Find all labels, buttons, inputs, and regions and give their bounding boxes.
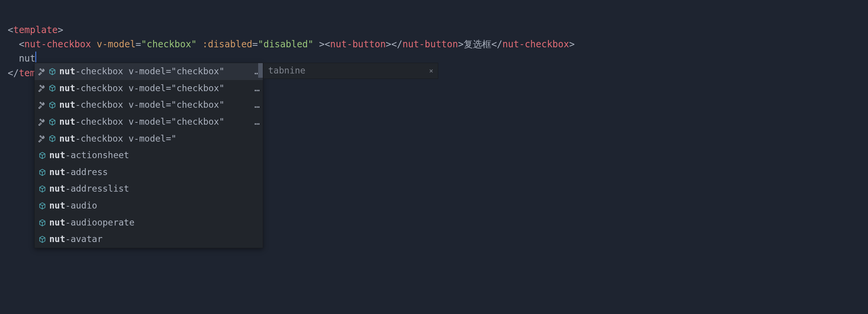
cube-icon (48, 101, 56, 109)
bracket: < (8, 23, 13, 37)
scrollbar-thumb[interactable] (258, 63, 263, 78)
cube-icon (38, 152, 46, 159)
autocomplete-item[interactable]: nut-avatar (35, 231, 263, 248)
autocomplete-popup[interactable]: nut-checkbox v-model="checkbox" … nut-ch… (34, 63, 263, 248)
attr-v-model: v-model (91, 37, 136, 52)
cube-icon (38, 202, 46, 210)
tag-template-close: tem (19, 66, 35, 80)
wrench-icon (38, 68, 45, 75)
autocomplete-item[interactable]: nut-audiooperate (35, 214, 263, 231)
suggestion-text: nut-checkbox v-model="checkbox" (59, 115, 247, 129)
cube-icon (48, 135, 56, 142)
attr-value: "disabled" (258, 37, 314, 52)
cube-icon (38, 169, 46, 176)
autocomplete-item[interactable]: nut-checkbox v-model="checkbox" … (35, 114, 263, 130)
cube-icon (48, 68, 56, 75)
suggestion-text: nut-addresslist (49, 182, 260, 196)
tag-nut-checkbox: nut-checkbox (24, 37, 91, 52)
suggestion-text: nut-audio (49, 199, 260, 213)
indent (8, 52, 19, 66)
text-content: 复选框 (464, 37, 491, 52)
suggestion-text: nut-audiooperate (49, 216, 260, 230)
bracket: </ (491, 37, 502, 52)
autocomplete-item[interactable]: nut-audio (35, 197, 263, 214)
code-editor[interactable]: <template> <nut-checkbox v-model="checkb… (0, 0, 868, 88)
suggestion-text: nut-actionsheet (49, 149, 260, 162)
bracket: ></ (386, 37, 402, 52)
suggestion-text: nut-checkbox v-model=" (59, 132, 260, 146)
equals: = (135, 37, 141, 52)
bracket: >< (314, 37, 330, 52)
bracket: </ (8, 66, 19, 80)
autocomplete-detail-panel: tabnine × (263, 63, 438, 79)
bracket: > (569, 37, 574, 52)
autocomplete-item[interactable]: nut-address (35, 164, 263, 181)
close-icon[interactable]: × (429, 65, 433, 76)
suggestion-text: nut-avatar (49, 232, 260, 246)
wrench-icon (38, 84, 45, 92)
cube-icon (38, 219, 46, 227)
code-line-2[interactable]: <nut-checkbox v-model="checkbox" :disabl… (8, 37, 860, 52)
tag-template: template (13, 23, 58, 37)
tag-nut-button: nut-button (330, 37, 386, 52)
typed-text: nut (19, 52, 35, 66)
bracket: > (458, 37, 463, 52)
scrollbar-track[interactable] (258, 63, 263, 248)
attr-disabled: :disabled (197, 37, 252, 52)
suggestion-text: nut-checkbox v-model="checkbox" (59, 82, 247, 95)
bracket: < (19, 37, 24, 52)
suggestion-text: nut-checkbox v-model="checkbox" (59, 65, 247, 78)
text-cursor (35, 52, 36, 62)
tag-nut-checkbox-close: nut-checkbox (502, 37, 569, 52)
code-line-1[interactable]: <template> (8, 23, 860, 37)
suggestion-text: nut-checkbox v-model="checkbox" (59, 98, 247, 112)
autocomplete-item[interactable]: nut-checkbox v-model="checkbox" … (35, 63, 263, 80)
suggestion-text: nut-address (49, 165, 260, 179)
indent (8, 37, 19, 52)
attr-value: "checkbox" (141, 37, 197, 52)
autocomplete-item[interactable]: nut-addresslist (35, 180, 263, 197)
bracket: > (58, 23, 63, 37)
wrench-icon (38, 101, 45, 109)
detail-provider-label: tabnine (268, 64, 305, 78)
autocomplete-item[interactable]: nut-actionsheet (35, 147, 263, 164)
autocomplete-item[interactable]: nut-checkbox v-model="checkbox" … (35, 80, 263, 97)
cube-icon (48, 84, 56, 92)
autocomplete-item[interactable]: nut-checkbox v-model=" (35, 130, 263, 147)
wrench-icon (38, 118, 45, 126)
wrench-icon (38, 135, 45, 142)
equals: = (252, 37, 258, 52)
cube-icon (48, 118, 56, 126)
autocomplete-item[interactable]: nut-checkbox v-model="checkbox" … (35, 97, 263, 114)
tag-nut-button-close: nut-button (402, 37, 458, 52)
cube-icon (38, 236, 46, 243)
cube-icon (38, 185, 46, 193)
